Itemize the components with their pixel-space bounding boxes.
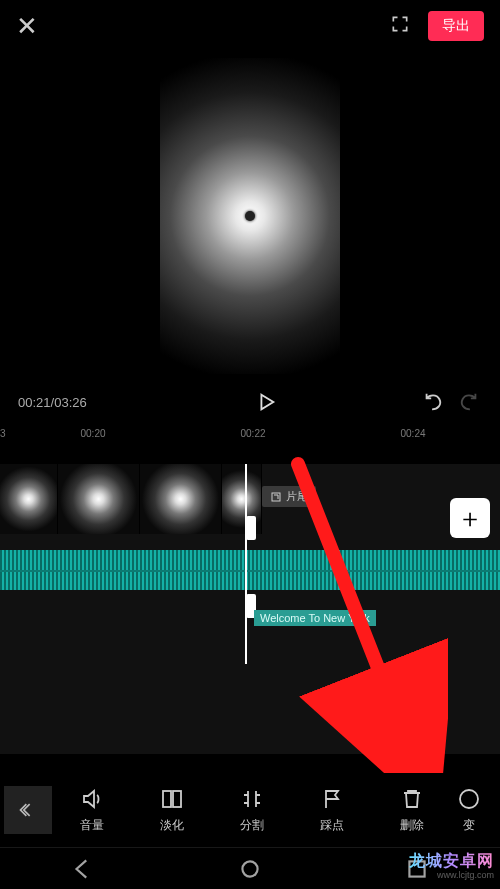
nav-recent-icon[interactable] [404, 856, 430, 882]
tool-split[interactable]: 分割 [212, 787, 292, 834]
nav-home-icon[interactable] [237, 856, 263, 882]
export-button[interactable]: 导出 [428, 11, 484, 41]
timeline[interactable]: 片尾 ＋ Welcome To New York [0, 464, 500, 754]
play-button[interactable] [255, 391, 277, 413]
undo-button[interactable] [420, 389, 446, 415]
speed-icon [457, 787, 481, 811]
tail-label: 片尾 [286, 489, 308, 504]
tool-label: 删除 [400, 817, 424, 834]
fullscreen-icon[interactable] [390, 14, 410, 38]
svg-point-3 [460, 790, 478, 808]
tool-speed[interactable]: 变 [452, 787, 486, 834]
clip-thumbnail[interactable] [140, 464, 222, 534]
tool-bar: 音量 淡化 分割 踩点 删除 变 [0, 773, 500, 847]
tail-tag[interactable]: 片尾 [262, 486, 316, 507]
nav-back-icon[interactable] [70, 856, 96, 882]
add-clip-button[interactable]: ＋ [450, 498, 490, 538]
redo-button[interactable] [456, 389, 482, 415]
close-button[interactable]: ✕ [16, 11, 38, 42]
svg-rect-2 [173, 791, 181, 807]
volume-icon [80, 787, 104, 811]
audio-clip[interactable] [0, 550, 500, 590]
current-time: 00:21 [18, 395, 51, 410]
toolbar-back-button[interactable] [4, 786, 52, 834]
tool-label: 音量 [80, 817, 104, 834]
ruler-tick: 00:22 [168, 428, 338, 446]
tool-delete[interactable]: 删除 [372, 787, 452, 834]
flag-icon [320, 787, 344, 811]
svg-rect-5 [409, 861, 424, 876]
video-preview[interactable] [0, 52, 500, 380]
tool-label: 分割 [240, 817, 264, 834]
audio-track[interactable] [0, 550, 500, 590]
audio-title: Welcome To New York [254, 610, 376, 626]
clip-thumbnail[interactable] [58, 464, 140, 534]
clip-handle[interactable] [246, 516, 256, 540]
tool-label: 踩点 [320, 817, 344, 834]
time-display: 00:21/03:26 [18, 395, 112, 410]
ruler-tick: 00:24 [338, 428, 488, 446]
tool-volume[interactable]: 音量 [52, 787, 132, 834]
tool-label: 淡化 [160, 817, 184, 834]
tool-label: 变 [463, 817, 475, 834]
system-nav-bar [0, 847, 500, 889]
waveform [0, 550, 500, 590]
timeline-ruler[interactable]: 3 00:20 00:22 00:24 [0, 424, 500, 446]
svg-rect-0 [272, 493, 280, 501]
fade-icon [160, 787, 184, 811]
clip-thumbnail[interactable] [222, 464, 262, 534]
tool-beat[interactable]: 踩点 [292, 787, 372, 834]
total-time: 03:26 [54, 395, 87, 410]
svg-point-4 [242, 861, 257, 876]
tool-fade[interactable]: 淡化 [132, 787, 212, 834]
tail-icon [270, 491, 282, 503]
svg-rect-1 [163, 791, 171, 807]
clip-thumbnail[interactable] [0, 464, 58, 534]
playhead[interactable] [245, 464, 247, 664]
trash-icon [400, 787, 424, 811]
ruler-tick: 00:20 [18, 428, 168, 446]
split-icon [240, 787, 264, 811]
preview-frame [160, 58, 340, 374]
ruler-tick: 3 [0, 428, 18, 446]
